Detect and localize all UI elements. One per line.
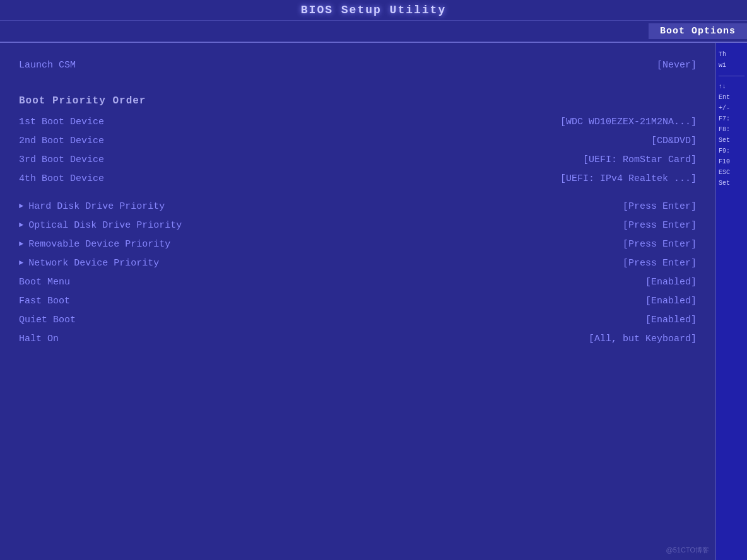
priority-items-list: Hard Disk Drive Priority [Press Enter] O… <box>19 198 697 348</box>
sidebar-key-updown: ↑↓ <box>719 83 744 90</box>
sidebar-key-f10: F10 <box>719 158 744 165</box>
sidebar-divider-1 <box>719 76 744 76</box>
network-priority-row[interactable]: Network Device Priority [Press Enter] <box>19 255 697 272</box>
hdd-priority-row[interactable]: Hard Disk Drive Priority [Press Enter] <box>19 198 697 216</box>
boot-device-1-value: [WDC WD10EZEX-21M2NA...] <box>560 115 697 130</box>
boot-device-2[interactable]: 2nd Boot Device [CD&DVD] <box>19 132 697 150</box>
network-priority-label: Network Device Priority <box>19 256 159 271</box>
boot-device-2-label: 2nd Boot Device <box>19 134 104 149</box>
fast-boot-label: Fast Boot <box>19 294 70 309</box>
boot-menu-row[interactable]: Boot Menu [Enabled] <box>19 274 697 291</box>
boot-device-4-label: 4th Boot Device <box>19 172 104 187</box>
hdd-priority-label: Hard Disk Drive Priority <box>19 199 165 214</box>
bios-screen: BIOS Setup Utility Boot Options Launch C… <box>0 0 747 560</box>
sidebar-key-f7: F7: <box>719 115 744 122</box>
left-panel: Launch CSM [Never] Boot Priority Order 1… <box>0 43 715 560</box>
watermark: @51CTO博客 <box>666 545 709 555</box>
halt-on-value: [All, but Keyboard] <box>589 332 697 347</box>
boot-device-4[interactable]: 4th Boot Device [UEFI: IPv4 Realtek ...] <box>19 170 697 188</box>
main-content: Launch CSM [Never] Boot Priority Order 1… <box>0 43 747 560</box>
sidebar-key-ent: Ent <box>719 94 744 101</box>
boot-priority-header: Boot Priority Order <box>19 93 697 110</box>
boot-devices-list: 1st Boot Device [WDC WD10EZEX-21M2NA...]… <box>19 114 697 188</box>
sidebar-key-f8: F8: <box>719 126 744 133</box>
boot-device-3[interactable]: 3rd Boot Device [UEFI: RomStar Card] <box>19 151 697 169</box>
boot-device-1[interactable]: 1st Boot Device [WDC WD10EZEX-21M2NA...] <box>19 114 697 131</box>
network-priority-value: [Press Enter] <box>623 256 697 271</box>
hdd-priority-value: [Press Enter] <box>623 199 697 214</box>
boot-device-4-value: [UEFI: IPv4 Realtek ...] <box>560 172 697 187</box>
boot-menu-value: [Enabled] <box>645 275 697 290</box>
sidebar-key-set2: Set <box>719 180 744 187</box>
boot-menu-label: Boot Menu <box>19 275 70 290</box>
sidebar-key-1: Th <box>719 51 744 58</box>
quiet-boot-row[interactable]: Quiet Boot [Enabled] <box>19 312 697 329</box>
launch-csm-row[interactable]: Launch CSM [Never] <box>19 57 697 74</box>
boot-device-2-value: [CD&DVD] <box>651 134 697 149</box>
removable-priority-row[interactable]: Removable Device Priority [Press Enter] <box>19 236 697 254</box>
fast-boot-value: [Enabled] <box>645 294 697 309</box>
sidebar-key-esc: ESC <box>719 169 744 176</box>
tab-bar: Boot Options <box>0 21 747 43</box>
quiet-boot-value: [Enabled] <box>645 313 697 328</box>
odd-priority-value: [Press Enter] <box>623 218 697 233</box>
quiet-boot-label: Quiet Boot <box>19 313 76 328</box>
top-header: BIOS Setup Utility <box>0 0 747 21</box>
removable-priority-label: Removable Device Priority <box>19 237 170 252</box>
sidebar-key-set1: Set <box>719 137 744 144</box>
boot-device-3-value: [UEFI: RomStar Card] <box>583 153 697 168</box>
odd-priority-label: Optical Disk Drive Priority <box>19 218 182 233</box>
removable-priority-value: [Press Enter] <box>623 237 697 252</box>
boot-device-3-label: 3rd Boot Device <box>19 153 104 168</box>
odd-priority-row[interactable]: Optical Disk Drive Priority [Press Enter… <box>19 217 697 235</box>
fast-boot-row[interactable]: Fast Boot [Enabled] <box>19 293 697 310</box>
halt-on-label: Halt On <box>19 332 59 347</box>
halt-on-row[interactable]: Halt On [All, but Keyboard] <box>19 330 697 348</box>
right-sidebar: Th wi ↑↓ Ent +/- F7: F8: Set F9: F10 ESC… <box>715 43 747 560</box>
tab-boot-options[interactable]: Boot Options <box>649 23 747 39</box>
sidebar-key-2: wi <box>719 62 744 69</box>
sidebar-key-plusminus: +/- <box>719 105 744 112</box>
bios-title: BIOS Setup Utility <box>301 4 446 16</box>
boot-device-1-label: 1st Boot Device <box>19 115 104 130</box>
launch-csm-value: [Never] <box>657 58 697 73</box>
sidebar-key-f9: F9: <box>719 148 744 155</box>
launch-csm-label: Launch CSM <box>19 58 76 73</box>
